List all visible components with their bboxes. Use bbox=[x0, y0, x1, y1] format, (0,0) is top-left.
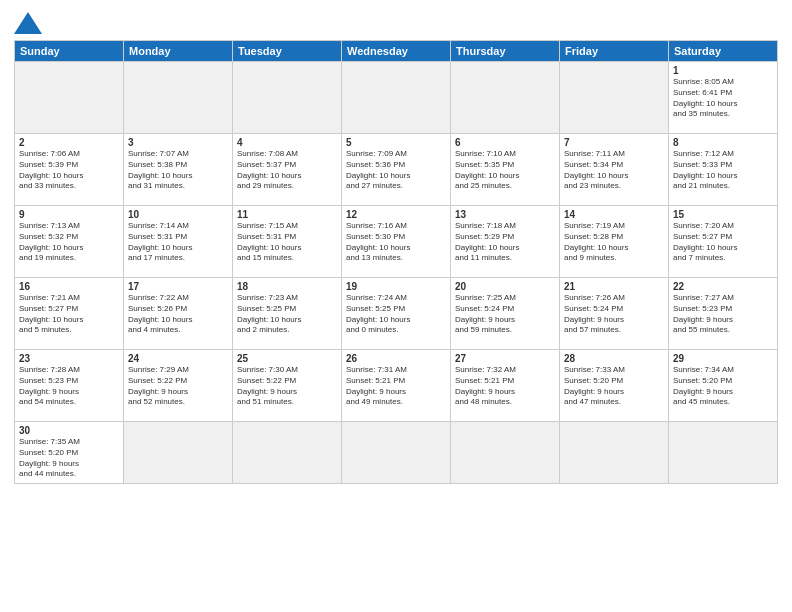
calendar-week-row: 1Sunrise: 8:05 AM Sunset: 6:41 PM Daylig… bbox=[15, 62, 778, 134]
calendar-day-cell: 21Sunrise: 7:26 AM Sunset: 5:24 PM Dayli… bbox=[560, 278, 669, 350]
weekday-header-thursday: Thursday bbox=[451, 41, 560, 62]
day-number: 10 bbox=[128, 209, 228, 220]
day-number: 20 bbox=[455, 281, 555, 292]
calendar-day-cell bbox=[124, 62, 233, 134]
calendar-day-cell: 13Sunrise: 7:18 AM Sunset: 5:29 PM Dayli… bbox=[451, 206, 560, 278]
calendar-thead: SundayMondayTuesdayWednesdayThursdayFrid… bbox=[15, 41, 778, 62]
weekday-header-tuesday: Tuesday bbox=[233, 41, 342, 62]
day-number: 22 bbox=[673, 281, 773, 292]
calendar-day-cell bbox=[560, 422, 669, 484]
calendar-day-cell: 30Sunrise: 7:35 AM Sunset: 5:20 PM Dayli… bbox=[15, 422, 124, 484]
weekday-header-friday: Friday bbox=[560, 41, 669, 62]
day-info: Sunrise: 7:10 AM Sunset: 5:35 PM Dayligh… bbox=[455, 149, 555, 192]
day-info: Sunrise: 7:13 AM Sunset: 5:32 PM Dayligh… bbox=[19, 221, 119, 264]
calendar-day-cell bbox=[233, 422, 342, 484]
calendar-day-cell: 22Sunrise: 7:27 AM Sunset: 5:23 PM Dayli… bbox=[669, 278, 778, 350]
day-info: Sunrise: 7:35 AM Sunset: 5:20 PM Dayligh… bbox=[19, 437, 119, 480]
weekday-header-monday: Monday bbox=[124, 41, 233, 62]
day-number: 27 bbox=[455, 353, 555, 364]
calendar-day-cell: 5Sunrise: 7:09 AM Sunset: 5:36 PM Daylig… bbox=[342, 134, 451, 206]
calendar-tbody: 1Sunrise: 8:05 AM Sunset: 6:41 PM Daylig… bbox=[15, 62, 778, 484]
day-number: 17 bbox=[128, 281, 228, 292]
day-number: 7 bbox=[564, 137, 664, 148]
day-info: Sunrise: 7:27 AM Sunset: 5:23 PM Dayligh… bbox=[673, 293, 773, 336]
day-number: 25 bbox=[237, 353, 337, 364]
calendar-day-cell bbox=[342, 62, 451, 134]
calendar-day-cell bbox=[560, 62, 669, 134]
day-info: Sunrise: 7:28 AM Sunset: 5:23 PM Dayligh… bbox=[19, 365, 119, 408]
day-info: Sunrise: 7:21 AM Sunset: 5:27 PM Dayligh… bbox=[19, 293, 119, 336]
day-info: Sunrise: 7:29 AM Sunset: 5:22 PM Dayligh… bbox=[128, 365, 228, 408]
day-number: 23 bbox=[19, 353, 119, 364]
day-info: Sunrise: 7:22 AM Sunset: 5:26 PM Dayligh… bbox=[128, 293, 228, 336]
calendar-day-cell: 3Sunrise: 7:07 AM Sunset: 5:38 PM Daylig… bbox=[124, 134, 233, 206]
day-number: 1 bbox=[673, 65, 773, 76]
calendar-day-cell: 4Sunrise: 7:08 AM Sunset: 5:37 PM Daylig… bbox=[233, 134, 342, 206]
calendar-week-row: 16Sunrise: 7:21 AM Sunset: 5:27 PM Dayli… bbox=[15, 278, 778, 350]
calendar-day-cell bbox=[451, 62, 560, 134]
day-number: 15 bbox=[673, 209, 773, 220]
day-info: Sunrise: 7:23 AM Sunset: 5:25 PM Dayligh… bbox=[237, 293, 337, 336]
calendar-page: SundayMondayTuesdayWednesdayThursdayFrid… bbox=[0, 0, 792, 612]
day-number: 13 bbox=[455, 209, 555, 220]
day-number: 16 bbox=[19, 281, 119, 292]
calendar-day-cell: 17Sunrise: 7:22 AM Sunset: 5:26 PM Dayli… bbox=[124, 278, 233, 350]
calendar-day-cell: 6Sunrise: 7:10 AM Sunset: 5:35 PM Daylig… bbox=[451, 134, 560, 206]
calendar-day-cell: 28Sunrise: 7:33 AM Sunset: 5:20 PM Dayli… bbox=[560, 350, 669, 422]
weekday-header-sunday: Sunday bbox=[15, 41, 124, 62]
day-info: Sunrise: 7:33 AM Sunset: 5:20 PM Dayligh… bbox=[564, 365, 664, 408]
logo bbox=[14, 10, 46, 34]
day-number: 24 bbox=[128, 353, 228, 364]
day-info: Sunrise: 7:11 AM Sunset: 5:34 PM Dayligh… bbox=[564, 149, 664, 192]
calendar-day-cell bbox=[233, 62, 342, 134]
calendar-week-row: 2Sunrise: 7:06 AM Sunset: 5:39 PM Daylig… bbox=[15, 134, 778, 206]
day-number: 2 bbox=[19, 137, 119, 148]
calendar-day-cell: 18Sunrise: 7:23 AM Sunset: 5:25 PM Dayli… bbox=[233, 278, 342, 350]
day-info: Sunrise: 7:16 AM Sunset: 5:30 PM Dayligh… bbox=[346, 221, 446, 264]
calendar-day-cell bbox=[669, 422, 778, 484]
day-info: Sunrise: 7:09 AM Sunset: 5:36 PM Dayligh… bbox=[346, 149, 446, 192]
calendar-day-cell: 12Sunrise: 7:16 AM Sunset: 5:30 PM Dayli… bbox=[342, 206, 451, 278]
calendar-day-cell bbox=[342, 422, 451, 484]
day-info: Sunrise: 7:19 AM Sunset: 5:28 PM Dayligh… bbox=[564, 221, 664, 264]
calendar-day-cell bbox=[451, 422, 560, 484]
calendar-day-cell: 29Sunrise: 7:34 AM Sunset: 5:20 PM Dayli… bbox=[669, 350, 778, 422]
day-info: Sunrise: 7:12 AM Sunset: 5:33 PM Dayligh… bbox=[673, 149, 773, 192]
day-info: Sunrise: 8:05 AM Sunset: 6:41 PM Dayligh… bbox=[673, 77, 773, 120]
weekday-header-saturday: Saturday bbox=[669, 41, 778, 62]
day-number: 14 bbox=[564, 209, 664, 220]
day-number: 26 bbox=[346, 353, 446, 364]
day-number: 9 bbox=[19, 209, 119, 220]
day-info: Sunrise: 7:25 AM Sunset: 5:24 PM Dayligh… bbox=[455, 293, 555, 336]
calendar-table: SundayMondayTuesdayWednesdayThursdayFrid… bbox=[14, 40, 778, 484]
calendar-day-cell: 8Sunrise: 7:12 AM Sunset: 5:33 PM Daylig… bbox=[669, 134, 778, 206]
day-number: 18 bbox=[237, 281, 337, 292]
day-number: 28 bbox=[564, 353, 664, 364]
calendar-day-cell: 14Sunrise: 7:19 AM Sunset: 5:28 PM Dayli… bbox=[560, 206, 669, 278]
calendar-day-cell: 11Sunrise: 7:15 AM Sunset: 5:31 PM Dayli… bbox=[233, 206, 342, 278]
calendar-day-cell: 20Sunrise: 7:25 AM Sunset: 5:24 PM Dayli… bbox=[451, 278, 560, 350]
day-info: Sunrise: 7:34 AM Sunset: 5:20 PM Dayligh… bbox=[673, 365, 773, 408]
day-number: 5 bbox=[346, 137, 446, 148]
calendar-day-cell: 26Sunrise: 7:31 AM Sunset: 5:21 PM Dayli… bbox=[342, 350, 451, 422]
day-info: Sunrise: 7:06 AM Sunset: 5:39 PM Dayligh… bbox=[19, 149, 119, 192]
calendar-week-row: 9Sunrise: 7:13 AM Sunset: 5:32 PM Daylig… bbox=[15, 206, 778, 278]
day-number: 21 bbox=[564, 281, 664, 292]
calendar-day-cell: 16Sunrise: 7:21 AM Sunset: 5:27 PM Dayli… bbox=[15, 278, 124, 350]
calendar-day-cell: 27Sunrise: 7:32 AM Sunset: 5:21 PM Dayli… bbox=[451, 350, 560, 422]
calendar-header bbox=[14, 10, 778, 34]
day-info: Sunrise: 7:18 AM Sunset: 5:29 PM Dayligh… bbox=[455, 221, 555, 264]
day-number: 30 bbox=[19, 425, 119, 436]
day-number: 12 bbox=[346, 209, 446, 220]
day-number: 3 bbox=[128, 137, 228, 148]
calendar-day-cell: 23Sunrise: 7:28 AM Sunset: 5:23 PM Dayli… bbox=[15, 350, 124, 422]
calendar-day-cell: 19Sunrise: 7:24 AM Sunset: 5:25 PM Dayli… bbox=[342, 278, 451, 350]
day-info: Sunrise: 7:24 AM Sunset: 5:25 PM Dayligh… bbox=[346, 293, 446, 336]
day-info: Sunrise: 7:08 AM Sunset: 5:37 PM Dayligh… bbox=[237, 149, 337, 192]
day-info: Sunrise: 7:26 AM Sunset: 5:24 PM Dayligh… bbox=[564, 293, 664, 336]
day-number: 11 bbox=[237, 209, 337, 220]
weekday-header-wednesday: Wednesday bbox=[342, 41, 451, 62]
calendar-day-cell bbox=[124, 422, 233, 484]
calendar-day-cell: 24Sunrise: 7:29 AM Sunset: 5:22 PM Dayli… bbox=[124, 350, 233, 422]
day-info: Sunrise: 7:32 AM Sunset: 5:21 PM Dayligh… bbox=[455, 365, 555, 408]
